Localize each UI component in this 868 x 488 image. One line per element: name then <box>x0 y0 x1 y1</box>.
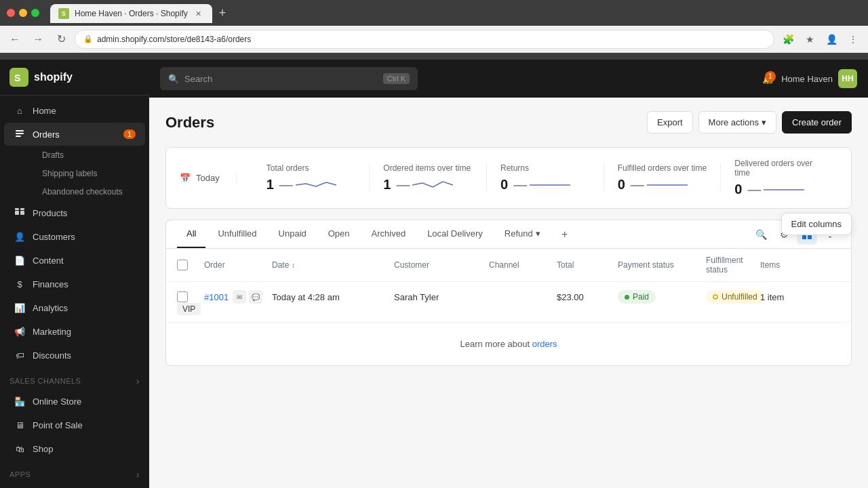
svg-rect-11 <box>802 235 806 239</box>
sales-channels-expand[interactable]: › <box>136 375 140 386</box>
extensions-icon[interactable]: 🧩 <box>778 30 797 49</box>
topbar: 🔍 Search Ctrl K 🔔 1 Home Haven HH <box>149 60 868 98</box>
shop-icon: 🛍 <box>14 443 26 455</box>
marketing-icon: 📢 <box>14 325 26 338</box>
sidebar-item-discounts[interactable]: 🏷 Discounts <box>4 344 145 367</box>
browser-tab[interactable]: S Home Haven · Orders · Shopify ✕ <box>50 4 212 23</box>
header-checkbox <box>177 260 204 270</box>
notification-bell[interactable]: 🔔 1 <box>762 74 773 84</box>
table-header: Order Date ↕ Customer Channel Total <box>166 249 851 282</box>
payment-status-badge: Paid <box>618 290 656 304</box>
sidebar-nav: ⌂ Home Orders 1 Drafts Shipping labels A… <box>0 96 149 485</box>
stat-returns: Returns 0 — <box>487 163 604 192</box>
sidebar-item-content[interactable]: 📄 Content <box>4 249 145 272</box>
svg-text:S: S <box>14 73 20 83</box>
orders-icon <box>14 128 26 140</box>
filter-tab-local-delivery[interactable]: Local Delivery <box>418 220 492 248</box>
sidebar-item-orders[interactable]: Orders 1 <box>4 123 145 146</box>
order-total: $23.00 <box>557 292 618 302</box>
stat-trend: — <box>747 182 804 197</box>
more-actions-button[interactable]: More actions ▾ <box>698 111 776 134</box>
sidebar-item-online-store[interactable]: 🏪 Online Store <box>4 390 145 413</box>
browser-max-btn[interactable] <box>31 9 39 17</box>
tab-favicon: S <box>58 8 69 19</box>
stat-label: Ordered items over time <box>383 163 473 173</box>
filter-tab-unpaid[interactable]: Unpaid <box>269 220 316 248</box>
sidebar-item-label: Analytics <box>33 303 68 313</box>
edit-columns-tooltip[interactable]: Edit columns <box>781 213 852 235</box>
add-filter-button[interactable]: + <box>555 225 574 244</box>
orders-link[interactable]: orders <box>532 339 557 349</box>
order-customer[interactable]: Sarah Tyler <box>394 292 489 302</box>
sidebar-item-finances[interactable]: $ Finances <box>4 272 145 296</box>
sidebar-item-marketing[interactable]: 📢 Marketing <box>4 320 145 343</box>
main-content: 🔍 Search Ctrl K 🔔 1 Home Haven HH Orders <box>149 60 868 488</box>
sidebar-item-analytics[interactable]: 📊 Analytics <box>4 296 145 319</box>
search-filter-button[interactable]: 🔍 <box>751 224 771 245</box>
sidebar: S shopify ⌂ Home Orders 1 Drafts Shippin… <box>0 60 149 488</box>
filter-tab-refund[interactable]: Refund ▾ <box>495 220 550 248</box>
search-bar[interactable]: 🔍 Search Ctrl K <box>160 67 418 90</box>
table-row[interactable]: #1001 ✉ 💬 Today at 4:28 am Sarah Tyler $… <box>166 282 851 323</box>
svg-rect-4 <box>16 136 21 137</box>
order-payment: Paid <box>618 290 706 304</box>
browser-min-btn[interactable] <box>19 9 27 17</box>
new-tab-button[interactable]: + <box>214 3 232 23</box>
create-order-button[interactable]: Create order <box>782 111 852 134</box>
sidebar-item-drafts[interactable]: Drafts <box>33 146 145 164</box>
apps-expand[interactable]: › <box>136 469 140 480</box>
svg-rect-2 <box>16 130 24 131</box>
back-button[interactable]: ← <box>5 30 24 49</box>
url-text: admin.shopify.com/store/de8143-a6/orders <box>97 35 251 44</box>
notification-badge: 1 <box>765 71 776 82</box>
store-menu[interactable]: Home Haven HH <box>781 69 857 88</box>
reload-button[interactable]: ↻ <box>52 30 71 49</box>
sidebar-item-shop[interactable]: 🛍 Shop <box>4 437 145 460</box>
address-bar[interactable]: 🔒 admin.shopify.com/store/de8143-a6/orde… <box>75 30 774 49</box>
bookmark-icon[interactable]: ★ <box>800 30 819 49</box>
sidebar-item-customers[interactable]: 👤 Customers <box>4 225 145 248</box>
header-date[interactable]: Date ↕ <box>272 260 394 270</box>
shopify-logo: S shopify <box>9 68 73 87</box>
sidebar-item-home[interactable]: ⌂ Home <box>4 99 145 122</box>
sidebar-item-label: Orders <box>33 129 60 140</box>
profile-icon[interactable]: 👤 <box>822 30 841 49</box>
logo-text: shopify <box>34 71 73 83</box>
sidebar-item-abandoned-checkouts[interactable]: Abandoned checkouts <box>33 183 145 201</box>
sidebar-item-point-of-sale[interactable]: 🖥 Point of Sale <box>4 413 145 436</box>
tab-close-icon[interactable]: ✕ <box>193 8 204 19</box>
header-fulfillment: Fulfillment status <box>706 256 760 274</box>
sidebar-item-label: Online Store <box>33 396 81 407</box>
stat-ordered-items: Ordered items over time 1 — <box>370 163 487 192</box>
stat-value: 1 — <box>383 177 473 192</box>
header-order: Order <box>204 260 272 270</box>
filter-tab-unfulfilled[interactable]: Unfulfilled <box>208 220 266 248</box>
row-checkbox[interactable] <box>177 291 204 302</box>
stat-delivered-orders: Delivered orders over time 0 — <box>721 159 837 197</box>
online-store-icon: 🏪 <box>14 395 26 407</box>
sidebar-item-label: Content <box>33 256 64 266</box>
select-all-checkbox[interactable] <box>177 260 188 270</box>
header-items: Items <box>760 260 852 270</box>
order-icons: ✉ 💬 <box>233 290 262 304</box>
content-icon: 📄 <box>14 254 26 266</box>
svg-point-16 <box>713 295 717 299</box>
learn-more: Learn more about orders <box>166 323 851 365</box>
header-total: Total <box>557 260 618 270</box>
filter-tab-archived[interactable]: Archived <box>362 220 416 248</box>
chevron-down-icon: ▾ <box>762 117 766 127</box>
svg-rect-15 <box>829 237 831 238</box>
stat-label: Delivered orders over time <box>734 159 824 178</box>
filter-tab-open[interactable]: Open <box>319 220 359 248</box>
browser-close-btn[interactable] <box>7 9 15 17</box>
sidebar-item-products[interactable]: Products <box>4 201 145 224</box>
orders-submenu: Drafts Shipping labels Abandoned checkou… <box>0 146 149 201</box>
dash-icon: — <box>279 177 293 192</box>
more-icon[interactable]: ⋮ <box>844 30 863 49</box>
order-number[interactable]: #1001 ✉ 💬 <box>204 290 272 304</box>
sidebar-item-shipping-labels[interactable]: Shipping labels <box>33 165 145 182</box>
filter-tab-all[interactable]: All <box>177 220 205 248</box>
fulfillment-status-badge: Unfulfilled <box>706 290 764 304</box>
export-button[interactable]: Export <box>647 111 693 134</box>
forward-button[interactable]: → <box>28 30 47 49</box>
